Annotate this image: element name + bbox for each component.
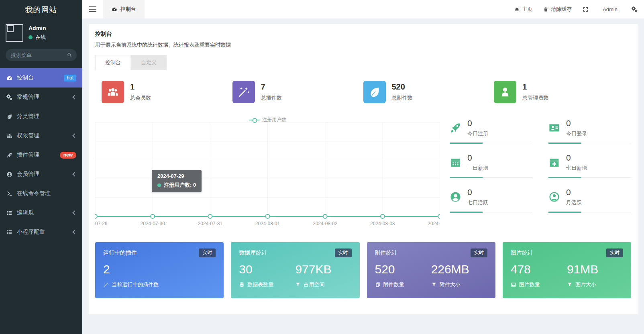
card-title: 运行中的插件: [103, 249, 137, 257]
content: 控制台 用于展示当前系统中的统计数据、统计报表及重要实时数据 控制台 自定义 1…: [82, 18, 644, 334]
middle-row: 注册用户数 2024-07-292024-07-302024-07-312024…: [95, 115, 631, 230]
copy-icon: [375, 282, 381, 287]
search-icon[interactable]: [67, 52, 72, 58]
realtime-badge: 实时: [335, 248, 352, 257]
chart-x-axis-labels: 2024-07-292024-07-302024-07-312024-08-01…: [95, 221, 440, 229]
topbar-tab-dashboard[interactable]: 控制台: [103, 0, 145, 18]
stat-label: 总插件数: [261, 94, 282, 102]
calendar-icon: [450, 157, 461, 168]
user-circle-outline-icon: [548, 191, 560, 203]
id-card-icon: [548, 122, 560, 134]
magic-wand-icon: [232, 81, 255, 103]
stat-value: 1: [130, 82, 151, 92]
sidebar-item-label: 分类管理: [17, 113, 39, 120]
mini-label: 七日新增: [566, 165, 587, 172]
sidebar-item-editor[interactable]: 编辑瓜: [0, 203, 82, 222]
tooltip-series-value: 注册用户数: 0: [164, 181, 196, 189]
mini-stat-7day-new: 0 七日新增: [548, 150, 631, 184]
home-link[interactable]: 主页: [514, 6, 532, 13]
fullscreen-icon[interactable]: [583, 6, 589, 12]
user-status: 在线: [29, 34, 46, 41]
user-circle-icon: [450, 191, 461, 203]
dashboard-panel: 控制台 用于展示当前系统中的统计数据、统计报表及重要实时数据 控制台 自定义 1…: [89, 24, 638, 314]
search-input[interactable]: [6, 49, 77, 61]
site-title: 我的网站: [0, 0, 82, 20]
card-value2-label: 图片大小: [575, 281, 596, 288]
filter-icon: [567, 282, 573, 287]
panel-tabs: 控制台 自定义: [95, 55, 631, 70]
stat-value: 520: [392, 82, 413, 92]
realtime-badge: 实时: [199, 248, 216, 257]
card-value2: 226MB: [431, 263, 487, 277]
sidebar-item-addon[interactable]: 插件管理 new: [0, 145, 82, 165]
sidebar-item-auth[interactable]: 权限管理: [0, 126, 82, 145]
card-value2: 91MB: [567, 263, 623, 277]
list-icon: [6, 229, 13, 235]
database-icon: [239, 282, 245, 287]
sidebar-item-label: 编辑瓜: [17, 209, 34, 216]
underline: [548, 177, 631, 178]
mini-stat-today-login: 0 今日登录: [548, 115, 631, 150]
online-dot-icon: [29, 35, 33, 39]
mini-value: 0: [467, 187, 488, 197]
underline: [548, 143, 631, 143]
topbar-actions: 主页 清除缓存 Admin: [514, 6, 644, 13]
card-value-label: 附件数量: [383, 281, 404, 288]
stat-total-addons: 7 总插件数: [232, 81, 363, 103]
sidebar-item-general[interactable]: 常规管理: [0, 88, 82, 107]
sidebar-item-category[interactable]: 分类管理: [0, 107, 82, 126]
chart-tooltip: 2024-07-29 注册用户数: 0: [152, 170, 202, 192]
calendar-plus-icon: [548, 157, 560, 168]
chart-legend[interactable]: 注册用户数: [249, 116, 286, 123]
mini-stat-7day-active: 0 七日活跃: [450, 184, 532, 219]
tab-dashboard[interactable]: 控制台: [95, 55, 131, 70]
mini-label: 七日活跃: [467, 199, 488, 206]
topbar: 控制台 主页 清除缓存 Admin: [82, 0, 644, 18]
gauge-icon: [6, 75, 13, 81]
card-title: 图片统计: [511, 249, 533, 257]
sidebar-item-miniprogram[interactable]: 小程序配置: [0, 222, 82, 242]
main-area: 控制台 主页 清除缓存 Admin 控制台 用于展示当前系统中的统计: [82, 0, 644, 334]
leaf-icon: [6, 114, 13, 120]
clear-cache-button[interactable]: 清除缓存: [543, 6, 572, 13]
list-icon: [6, 210, 13, 216]
users-icon: [102, 81, 124, 103]
tab-custom[interactable]: 自定义: [131, 55, 167, 70]
card-running-addons: 运行中的插件 实时 2 当前运行中的插件数: [95, 242, 224, 298]
stat-value: 7: [261, 82, 282, 92]
filter-icon: [295, 282, 301, 287]
mini-label: 今日登录: [566, 130, 587, 137]
mini-stat-month-active: 0 月活跃: [548, 184, 631, 219]
avatar: [6, 24, 23, 42]
sidebar-item-dashboard[interactable]: 控制台 hot: [0, 68, 82, 88]
card-image-stats: 图片统计 实时 478 图片数量 91MB: [503, 242, 631, 298]
card-value: 478: [511, 263, 567, 277]
clear-cache-label: 清除缓存: [551, 6, 572, 13]
x-axis-tick-label: 2024-07-30: [140, 221, 165, 226]
sidebar-item-label: 控制台: [17, 74, 34, 81]
stat-label: 总管理员数: [522, 94, 548, 102]
mini-stat-today-register: 0 今日注册: [450, 115, 532, 150]
x-axis-tick-label: 2024-07-29: [95, 221, 108, 226]
sidebar-item-command[interactable]: 在线命令管理: [0, 184, 82, 203]
sidebar-item-label: 常规管理: [17, 94, 39, 101]
card-value-label: 图片数量: [519, 281, 540, 288]
user-name: Admin: [29, 25, 46, 31]
rocket-icon: [6, 152, 13, 158]
sidebar-item-member[interactable]: 会员管理: [0, 165, 82, 184]
chevron-left-icon: [72, 133, 77, 138]
sidebar-toggle-button[interactable]: [82, 6, 103, 12]
legend-line-marker-icon: [249, 118, 259, 122]
registration-chart[interactable]: 注册用户数 2024-07-292024-07-302024-07-312024…: [95, 115, 440, 230]
trash-icon: [543, 7, 548, 12]
card-database-stats: 数据库统计 实时 30 数据表数量 977KB: [231, 242, 359, 298]
card-value2: 977KB: [295, 263, 351, 277]
underline: [450, 143, 532, 143]
new-badge: new: [60, 152, 76, 159]
settings-gears-icon[interactable]: [632, 6, 638, 12]
tooltip-date: 2024-07-29: [157, 173, 196, 179]
sidebar-item-label: 权限管理: [17, 132, 39, 139]
home-icon: [514, 7, 520, 12]
chevron-left-icon: [72, 210, 77, 215]
user-menu[interactable]: Admin: [599, 6, 621, 12]
